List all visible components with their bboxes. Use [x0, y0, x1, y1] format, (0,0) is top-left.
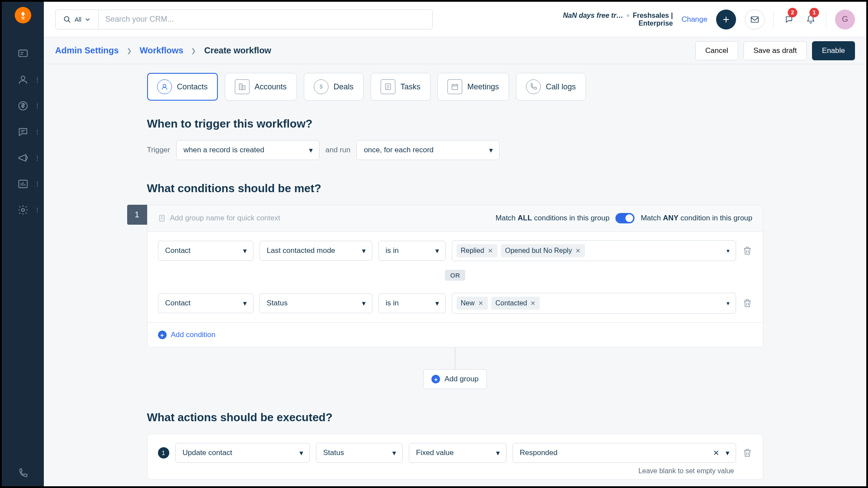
- or-badge: OR: [445, 270, 465, 281]
- trigger-run-select[interactable]: once, for each record ▾: [356, 140, 500, 160]
- sidebar-item-campaigns[interactable]: ⋮: [2, 145, 44, 171]
- action-value-type-select[interactable]: Fixed value ▾: [409, 443, 506, 463]
- condition-entity-select[interactable]: Contact ▾: [158, 293, 253, 313]
- top-header: All NaN days free tr… Freshsales | Enter…: [44, 2, 866, 37]
- select-value: Responded: [520, 449, 558, 457]
- search-input[interactable]: [99, 10, 432, 29]
- action-value-select[interactable]: Responded ✕ ▾: [513, 443, 736, 463]
- tag-remove-icon[interactable]: ✕: [530, 300, 536, 307]
- delete-condition-button[interactable]: [742, 298, 753, 308]
- more-dots-icon[interactable]: ⋮: [34, 103, 40, 109]
- tag-remove-icon[interactable]: ✕: [575, 247, 581, 254]
- svg-rect-12: [452, 85, 457, 90]
- entity-tabs: Contacts Accounts $ Deals Tasks: [147, 73, 763, 101]
- action-field-select[interactable]: Status ▾: [316, 443, 403, 463]
- more-dots-icon[interactable]: ⋮: [34, 155, 40, 161]
- search-filter-dropdown[interactable]: All: [56, 10, 99, 29]
- match-any-text: Match ANY condition in this group: [641, 214, 752, 223]
- trial-text: NaN days free tr…: [563, 12, 623, 20]
- caret-down-icon: ▾: [727, 300, 730, 307]
- add-condition-button[interactable]: + Add condition: [148, 323, 763, 347]
- tasks-icon: [381, 79, 395, 94]
- call-logs-icon: [526, 79, 541, 94]
- condition-operator-select[interactable]: is in ▾: [378, 241, 446, 261]
- chat-button[interactable]: 2: [783, 10, 796, 29]
- enable-button[interactable]: Enable: [812, 41, 855, 60]
- plan-name: Enterprise: [563, 20, 673, 27]
- tab-meetings[interactable]: Meetings: [437, 73, 509, 101]
- tab-call-logs[interactable]: Call logs: [516, 73, 586, 101]
- caret-down-icon: ▾: [496, 449, 500, 458]
- save-draft-button[interactable]: Save as draft: [743, 41, 807, 60]
- document-icon: [158, 214, 166, 222]
- match-toggle[interactable]: [615, 213, 635, 223]
- more-dots-icon[interactable]: ⋮: [34, 181, 40, 187]
- notifications-button[interactable]: 1: [804, 10, 817, 29]
- caret-down-icon: ▾: [362, 246, 366, 255]
- more-dots-icon[interactable]: ⋮: [34, 207, 40, 213]
- tab-tasks[interactable]: Tasks: [371, 73, 431, 101]
- bell-badge: 1: [809, 8, 819, 17]
- select-value: Status: [323, 449, 344, 457]
- condition-field-select[interactable]: Status ▾: [260, 293, 372, 313]
- sidebar-item-dashboard[interactable]: [2, 41, 44, 67]
- svg-rect-6: [751, 16, 759, 22]
- add-group-button[interactable]: + Add group: [423, 369, 487, 389]
- tag-remove-icon[interactable]: ✕: [488, 247, 493, 254]
- select-value: Update contact: [183, 449, 232, 457]
- caret-down-icon: ▾: [392, 449, 396, 458]
- condition-row: Contact ▾ Status ▾ is in ▾: [148, 284, 763, 322]
- search-icon: [63, 16, 71, 23]
- helper-text: Leave blank to set empty value: [158, 467, 753, 475]
- condition-field-select[interactable]: Last contacted mode ▾: [260, 241, 372, 261]
- quick-add-button[interactable]: [716, 10, 736, 29]
- cancel-button[interactable]: Cancel: [695, 41, 738, 60]
- accounts-icon: [235, 79, 250, 94]
- caret-down-icon: ▾: [435, 246, 439, 255]
- change-plan-link[interactable]: Change: [681, 15, 707, 24]
- select-value: Fixed value: [416, 449, 454, 457]
- delete-condition-button[interactable]: [742, 246, 753, 256]
- condition-operator-select[interactable]: is in ▾: [378, 293, 446, 313]
- condition-entity-select[interactable]: Contact ▾: [158, 241, 253, 261]
- chevron-right-icon: ❯: [191, 47, 196, 54]
- caret-down-icon: ▾: [309, 146, 313, 155]
- tag: New✕: [457, 297, 488, 310]
- svg-rect-9: [242, 86, 245, 90]
- sidebar-item-conversations[interactable]: ⋮: [2, 119, 44, 145]
- more-dots-icon[interactable]: ⋮: [34, 129, 40, 135]
- group-name-input[interactable]: Add group name for quick context: [158, 214, 496, 223]
- action-type-select[interactable]: Update contact ▾: [175, 443, 310, 463]
- product-name: Freshsales |: [633, 12, 673, 20]
- tab-contacts[interactable]: Contacts: [147, 73, 218, 101]
- trial-info: NaN days free tr… Freshsales | Enterpris…: [563, 12, 673, 27]
- sidebar-item-settings[interactable]: ⋮: [2, 197, 44, 223]
- sidebar-item-deals[interactable]: ⋮: [2, 93, 44, 119]
- tab-deals[interactable]: $ Deals: [304, 73, 364, 101]
- mail-icon: [750, 15, 760, 24]
- user-avatar[interactable]: G: [835, 10, 855, 29]
- delete-action-button[interactable]: [742, 448, 753, 458]
- sidebar-item-reports[interactable]: ⋮: [2, 171, 44, 197]
- tab-accounts[interactable]: Accounts: [225, 73, 297, 101]
- caret-down-icon: ▾: [243, 299, 247, 308]
- actions-card: 1 Update contact ▾ Status ▾ Fixed value …: [147, 434, 763, 480]
- app-logo[interactable]: [15, 7, 31, 23]
- sidebar-item-contacts[interactable]: ⋮: [2, 67, 44, 93]
- email-button[interactable]: [745, 10, 765, 29]
- trigger-when-select[interactable]: when a record is created ▾: [176, 140, 319, 160]
- breadcrumb-admin[interactable]: Admin Settings: [55, 46, 119, 56]
- condition-value-select[interactable]: Replied✕ Opened but No Reply✕ ▾: [452, 240, 736, 261]
- sidebar-item-dialer[interactable]: [2, 460, 44, 486]
- tab-label: Call logs: [546, 82, 576, 92]
- more-dots-icon[interactable]: ⋮: [34, 77, 40, 83]
- caret-down-icon: ▾: [727, 247, 730, 254]
- breadcrumb-workflows[interactable]: Workflows: [140, 46, 184, 56]
- caret-down-icon: ▾: [362, 299, 366, 308]
- tag-remove-icon[interactable]: ✕: [478, 300, 483, 307]
- tag: Opened but No Reply✕: [501, 244, 585, 257]
- tag: Replied✕: [457, 244, 497, 257]
- svg-point-1: [21, 76, 25, 80]
- clear-icon[interactable]: ✕: [713, 449, 719, 458]
- condition-value-select[interactable]: New✕ Contacted✕ ▾: [452, 293, 736, 314]
